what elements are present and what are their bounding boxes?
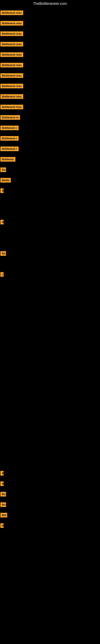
list-item: Bo <box>0 499 100 510</box>
list-item <box>0 374 100 384</box>
bottleneck-button[interactable]: Bottlenec <box>0 157 15 162</box>
list-item <box>0 426 100 436</box>
list-item <box>0 436 100 447</box>
bottleneck-button[interactable]: Bo <box>0 168 6 172</box>
bottleneck-button[interactable]: Bottleneck resu <box>0 10 23 15</box>
list-item: Bo <box>0 164 100 175</box>
bottleneck-button[interactable]: B <box>0 471 3 476</box>
bottleneck-button[interactable]: Bo <box>0 251 6 256</box>
list-item <box>0 384 100 395</box>
list-item: Bottleneck resu <box>0 70 100 81</box>
list-item: Bottleneck resu <box>0 102 100 112</box>
bottleneck-button[interactable]: B <box>0 188 3 193</box>
bottleneck-button[interactable]: Bo <box>0 492 6 496</box>
bottleneck-button[interactable]: Bottleneck resu <box>0 21 23 26</box>
bottleneck-button[interactable]: Bottleneck re <box>0 115 20 120</box>
list-item <box>0 280 100 290</box>
list-item <box>0 290 100 300</box>
list-item: Bottleneck resu <box>0 28 100 39</box>
list-item <box>0 458 100 468</box>
bottleneck-button[interactable]: Bottleneck r <box>0 146 19 151</box>
list-item <box>0 322 100 332</box>
list-item <box>0 238 100 248</box>
bottleneck-button[interactable]: Bottleneck resu <box>0 63 23 68</box>
list-item <box>0 258 100 269</box>
list-item <box>0 196 100 206</box>
list-item <box>0 311 100 322</box>
bottleneck-button[interactable]: Bottleneck resu <box>0 52 23 57</box>
list-item: B <box>0 217 100 227</box>
list-item <box>0 332 100 342</box>
bottleneck-button[interactable]: Bottleneck r <box>0 126 19 130</box>
list-item: Bottlenec <box>0 154 100 164</box>
list-item <box>0 405 100 416</box>
bottleneck-button[interactable]: Bottle <box>0 178 11 182</box>
bottleneck-button[interactable]: B <box>0 523 3 528</box>
list-item: B <box>0 478 100 489</box>
bottleneck-button[interactable]: B <box>0 482 3 486</box>
list-item: Bottleneck re <box>0 112 100 122</box>
bottleneck-button[interactable]: Bo <box>0 502 6 507</box>
list-item: Bo <box>0 248 100 258</box>
list-item: Bottleneck resu <box>0 49 100 60</box>
list-item <box>0 416 100 426</box>
bottleneck-button[interactable]: | <box>0 272 3 277</box>
list-item: B <box>0 185 100 196</box>
bottleneck-button[interactable]: Bottleneck resu <box>0 84 23 88</box>
list-item: Bottleneck resu <box>0 81 100 91</box>
list-item <box>0 395 100 405</box>
list-item: B <box>0 468 100 478</box>
list-item: Bottleneck resu <box>0 60 100 70</box>
list-item: | <box>0 269 100 280</box>
list-item: Bottleneck resu <box>0 8 100 18</box>
list-item: Bo <box>0 489 100 499</box>
bottleneck-button[interactable]: Bot <box>0 513 7 518</box>
bottleneck-button[interactable]: Bottleneck resu <box>0 32 23 36</box>
bottleneck-button[interactable]: Bottleneck resu <box>0 42 23 46</box>
site-title: TheBottlenecker.com <box>0 0 100 8</box>
list-item <box>0 206 100 217</box>
bottleneck-button[interactable]: B <box>0 220 3 224</box>
list-item: Bottleneck r <box>0 133 100 144</box>
list-item: Bottleneck r <box>0 144 100 154</box>
list-item <box>0 227 100 238</box>
list-item <box>0 300 100 311</box>
list-item: Bottleneck resu <box>0 18 100 28</box>
list-item <box>0 353 100 363</box>
list-item: Bot <box>0 510 100 520</box>
list-item: Bottleneck resu <box>0 39 100 49</box>
list-item: Bottleneck resu <box>0 91 100 102</box>
list-item <box>0 447 100 458</box>
bottleneck-button[interactable]: Bottleneck resu <box>0 73 23 78</box>
list-item: Bottleneck r <box>0 122 100 133</box>
list-item: B <box>0 520 100 531</box>
bottleneck-button[interactable]: Bottleneck resu <box>0 105 23 109</box>
list-item: Bottle <box>0 175 100 185</box>
bottleneck-button[interactable]: Bottleneck resu <box>0 94 23 99</box>
bottleneck-button[interactable]: Bottleneck r <box>0 136 19 141</box>
list-item <box>0 363 100 374</box>
list-item <box>0 342 100 353</box>
